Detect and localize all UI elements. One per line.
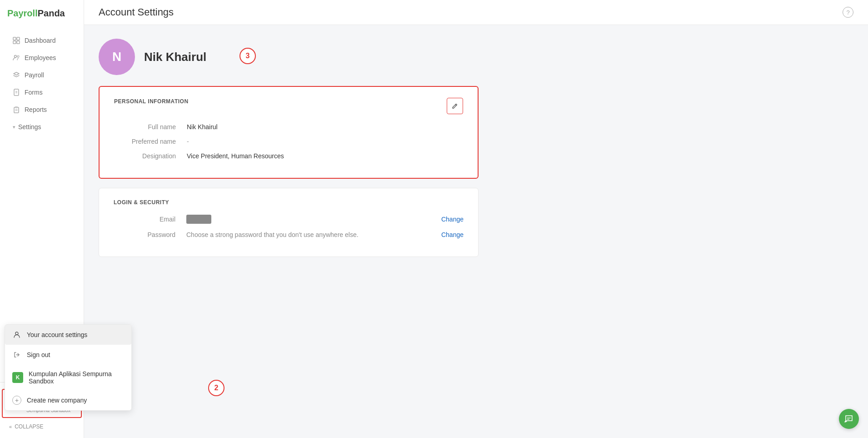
- chat-button[interactable]: [839, 409, 859, 429]
- main-header: Account Settings ?: [84, 0, 868, 25]
- svg-point-5: [17, 55, 19, 57]
- svg-rect-6: [14, 89, 19, 96]
- svg-rect-3: [17, 41, 20, 44]
- sign-out-icon: [12, 350, 21, 359]
- field-value-password: Choose a strong password that you don't …: [186, 231, 359, 238]
- logo-payroll: Payroll: [7, 8, 38, 18]
- sidebar-item-label-payroll: Payroll: [25, 71, 44, 79]
- field-value-designation: Vice President, Human Resources: [187, 152, 284, 160]
- page-title: Account Settings: [99, 6, 174, 18]
- dropdown-menu: Your account settings Sign out K Kumpula…: [5, 324, 132, 411]
- field-label-password: Password: [114, 231, 186, 238]
- dropdown-item-account-settings[interactable]: Your account settings: [5, 325, 131, 345]
- collapse-button[interactable]: « COLLAPSE: [0, 420, 84, 433]
- field-row-designation: Designation Vice President, Human Resour…: [114, 152, 463, 160]
- password-change-link[interactable]: Change: [441, 231, 464, 238]
- dropdown-item-label-signout: Sign out: [27, 351, 50, 358]
- sidebar-item-employees[interactable]: Employees: [4, 50, 80, 66]
- sidebar-item-label-reports: Reports: [25, 106, 47, 113]
- profile-name: Nik Khairul: [144, 50, 206, 64]
- users-icon: [13, 54, 20, 61]
- field-value-fullname: Nik Khairul: [187, 123, 218, 131]
- svg-point-4: [15, 55, 17, 58]
- collapse-icon: «: [9, 424, 12, 429]
- main-content: Account Settings ? N Nik Khairul 3 PERSO…: [84, 0, 868, 438]
- layers-icon: [13, 71, 20, 79]
- company-badge: K: [12, 372, 23, 383]
- field-row-preferred: Preferred name -: [114, 138, 463, 145]
- sidebar-item-label-dashboard: Dashboard: [25, 37, 56, 44]
- settings-section[interactable]: ▾ Settings: [4, 119, 80, 135]
- login-security-title: LOGIN & SECURITY: [114, 199, 464, 206]
- sidebar-item-dashboard[interactable]: Dashboard: [4, 32, 80, 49]
- sidebar-item-label-employees: Employees: [25, 54, 56, 61]
- svg-point-12: [15, 332, 18, 335]
- annotation-2: 2: [208, 380, 224, 396]
- field-row-fullname: Full name Nik Khairul: [114, 123, 463, 131]
- grid-icon: [13, 37, 20, 44]
- svg-rect-9: [14, 107, 19, 113]
- help-icon[interactable]: ?: [843, 7, 853, 18]
- clipboard-icon: [13, 106, 20, 113]
- dropdown-item-label-create: Create new company: [27, 397, 87, 404]
- email-change-link[interactable]: Change: [441, 216, 464, 223]
- profile-header: N Nik Khairul 3: [99, 39, 479, 75]
- dropdown-item-create-company[interactable]: + Create new company: [5, 390, 131, 410]
- sidebar-item-reports[interactable]: Reports: [4, 101, 80, 118]
- dropdown-item-label-account: Your account settings: [27, 331, 87, 338]
- card-header-personal: PERSONAL INFORMATION: [114, 98, 463, 114]
- sidebar-item-label-forms: Forms: [25, 89, 43, 96]
- svg-rect-0: [13, 37, 16, 40]
- chevron-down-icon: ▾: [13, 124, 15, 130]
- sidebar-item-forms[interactable]: Forms: [4, 84, 80, 101]
- field-value-email: [186, 215, 211, 224]
- field-row-password: Password Choose a strong password that y…: [114, 231, 464, 238]
- collapse-label: COLLAPSE: [15, 423, 43, 430]
- annotation-3: 3: [239, 48, 256, 64]
- user-icon: [12, 330, 21, 339]
- field-value-preferred: -: [187, 138, 189, 145]
- field-label-fullname: Full name: [114, 123, 187, 131]
- content-area: N Nik Khairul 3 PERSONAL INFORMATION Ful…: [84, 25, 493, 280]
- field-label-preferred: Preferred name: [114, 138, 187, 145]
- sidebar-item-payroll[interactable]: Payroll: [4, 67, 80, 83]
- app-logo: PayrollPanda: [0, 0, 84, 28]
- file-icon: [13, 89, 20, 96]
- field-row-email: Email Change: [114, 215, 464, 224]
- dropdown-item-label-company: Kumpulan Aplikasi Sempurna Sandbox: [29, 370, 124, 385]
- avatar-large: N: [99, 39, 135, 75]
- logo-panda: Panda: [38, 8, 65, 18]
- field-label-email: Email: [114, 216, 186, 223]
- login-security-card: LOGIN & SECURITY Email Change Password C…: [99, 188, 479, 257]
- dropdown-item-company[interactable]: K Kumpulan Aplikasi Sempurna Sandbox: [5, 365, 131, 390]
- field-label-designation: Designation: [114, 152, 187, 160]
- personal-info-title: PERSONAL INFORMATION: [114, 98, 189, 105]
- settings-label: Settings: [18, 123, 41, 131]
- svg-rect-1: [17, 37, 20, 40]
- plus-icon: +: [12, 396, 21, 405]
- svg-rect-2: [13, 41, 16, 44]
- dropdown-item-sign-out[interactable]: Sign out: [5, 345, 131, 365]
- personal-info-card: PERSONAL INFORMATION Full name Nik Khair…: [99, 86, 479, 179]
- edit-button[interactable]: [447, 98, 463, 114]
